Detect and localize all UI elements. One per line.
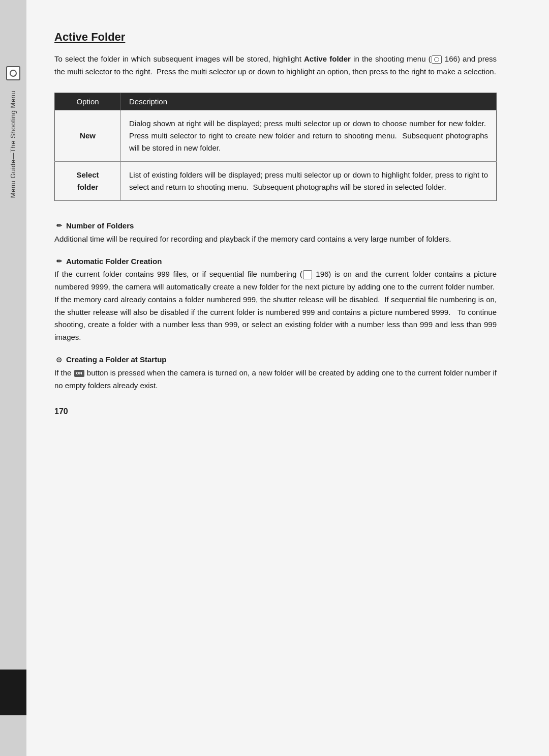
option-select-folder-description: List of existing folders will be display… — [121, 161, 497, 200]
notes-section: Number of Folders Additional time will b… — [54, 221, 497, 392]
note-automatic-folder-creation-title: Automatic Folder Creation — [54, 256, 497, 266]
note-automatic-folder-creation: Automatic Folder Creation If the current… — [54, 256, 497, 344]
table-row-new: New Dialog shown at right will be displa… — [55, 110, 497, 161]
option-new-description: Dialog shown at right will be displayed;… — [121, 110, 497, 161]
table-row-select-folder: Selectfolder List of existing folders wi… — [55, 161, 497, 200]
note-automatic-folder-creation-text: If the current folder contains 999 files… — [54, 268, 497, 344]
note-creating-folder-at-startup-title: Creating a Folder at Startup — [54, 355, 497, 364]
main-content: Active Folder To select the folder in wh… — [26, 0, 549, 756]
page-number: 170 — [54, 407, 521, 416]
pencil-icon-2 — [54, 256, 64, 266]
camera-icon — [54, 355, 64, 364]
camera-on-button-icon: ON — [74, 370, 84, 377]
ref-icon-196 — [303, 270, 312, 279]
note-number-of-folders-title: Number of Folders — [54, 221, 497, 230]
sidebar-black-bar — [0, 670, 26, 715]
note-creating-folder-at-startup: Creating a Folder at Startup If the ON b… — [54, 355, 497, 392]
option-select-folder-label: Selectfolder — [55, 161, 121, 200]
note-creating-folder-at-startup-text: If the ON button is pressed when the cam… — [54, 367, 497, 392]
table-header-option: Option — [55, 93, 121, 110]
note-number-of-folders: Number of Folders Additional time will b… — [54, 221, 497, 246]
intro-paragraph: To select the folder in which subsequent… — [54, 53, 497, 78]
table-header-description: Description — [121, 93, 497, 110]
sidebar: Menu Guide—The Shooting Menu — [0, 0, 26, 756]
pencil-icon-1 — [54, 221, 64, 230]
menu-ref-icon — [432, 55, 442, 64]
options-table: Option Description New Dialog shown at r… — [54, 93, 497, 201]
note-number-of-folders-text: Additional time will be required for rec… — [54, 233, 497, 246]
menu-icon — [6, 66, 20, 80]
option-new-label: New — [55, 110, 121, 161]
sidebar-label: Menu Guide—The Shooting Menu — [9, 91, 18, 198]
page-title: Active Folder — [54, 31, 521, 44]
